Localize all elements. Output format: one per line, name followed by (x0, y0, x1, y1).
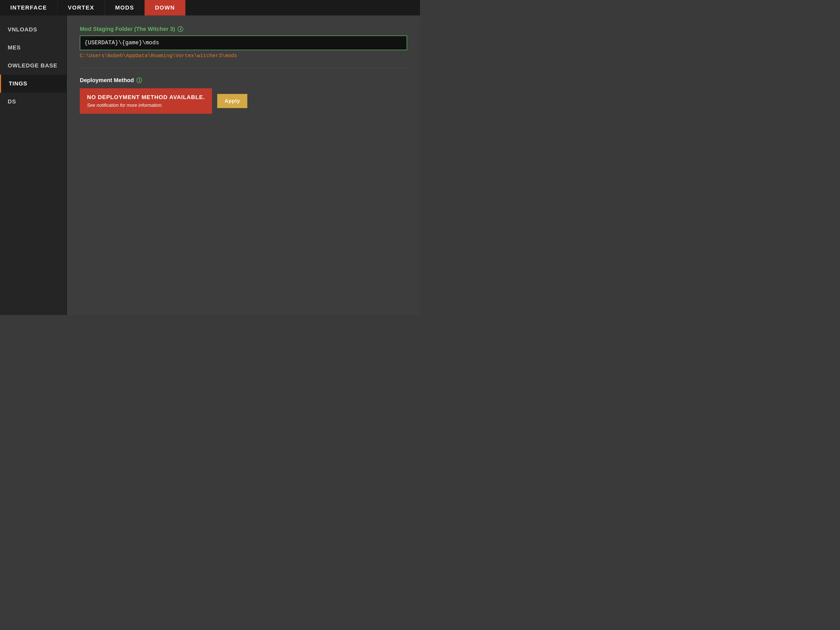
sidebar-item-settings[interactable]: TINGS (0, 75, 66, 93)
tab-vortex[interactable]: VORTEX (58, 0, 105, 16)
sidebar-item-downloads[interactable]: VNLOADS (0, 21, 66, 39)
tab-down[interactable]: DOWN (145, 0, 186, 16)
deployment-error-box: NO DEPLOYMENT METHOD AVAILABLE. See noti… (80, 88, 212, 114)
deployment-section: Deployment Method ℹ NO DEPLOYMENT METHOD… (80, 77, 407, 114)
deployment-method-info-icon[interactable]: ℹ (136, 77, 142, 83)
apply-button[interactable]: Apply (217, 94, 247, 108)
sidebar-item-games[interactable]: MES (0, 39, 66, 57)
deployment-error-row: NO DEPLOYMENT METHOD AVAILABLE. See noti… (80, 88, 407, 114)
tab-interface[interactable]: INTERFACE (0, 0, 58, 16)
section-divider (80, 68, 407, 68)
tab-mods[interactable]: MODS (105, 0, 145, 16)
staging-folder-title: Mod Staging Folder (The Witcher 3) (80, 26, 175, 32)
deployment-error-subtitle: See notification for more information. (87, 103, 205, 108)
main-layout: VNLOADS MES OWLEDGE BASE TINGS DS Mod St… (0, 16, 420, 315)
resolved-path: C:\Users\Nobeh\AppData\Roaming\Vortex\wi… (80, 53, 407, 59)
sidebar-item-knowledge-base[interactable]: OWLEDGE BASE (0, 57, 66, 75)
deployment-method-title: Deployment Method (80, 77, 134, 84)
staging-folder-input[interactable] (80, 36, 407, 50)
content-area: Mod Staging Folder (The Witcher 3) ℹ C:\… (67, 16, 420, 315)
top-nav: INTERFACE VORTEX MODS DOWN (0, 0, 420, 16)
nav-placeholder (186, 0, 420, 16)
sidebar: VNLOADS MES OWLEDGE BASE TINGS DS (0, 16, 67, 315)
sidebar-item-ds[interactable]: DS (0, 93, 66, 111)
deployment-method-label: Deployment Method ℹ (80, 77, 407, 84)
deployment-error-title: NO DEPLOYMENT METHOD AVAILABLE. (87, 94, 205, 101)
staging-folder-info-icon[interactable]: ℹ (178, 26, 183, 32)
staging-folder-label: Mod Staging Folder (The Witcher 3) ℹ (80, 26, 407, 32)
